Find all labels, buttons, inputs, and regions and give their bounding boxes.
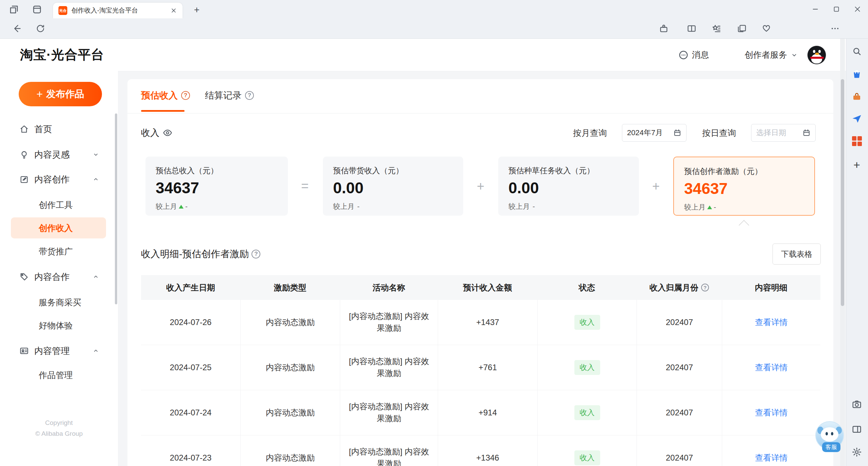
cell-date: 2024-07-26 [141,300,240,345]
page-scrollbar-thumb[interactable] [841,79,844,306]
tab-settlement-records[interactable]: 结算记录 [205,79,254,112]
table-header-row: 收入产生日期 激励类型 活动名称 预计收入金额 状态 收入归属月份 内容明细 [141,275,820,300]
minimize-button[interactable] [805,0,826,18]
split-window-icon[interactable] [852,424,862,434]
site-logo: 淘宝·光合平台 [20,39,104,71]
home-icon [19,124,29,134]
sidebar-item-inspiration[interactable]: 内容灵感 [0,144,118,165]
favorites-icon[interactable] [711,23,722,34]
sidebar-item-label: 带货推广 [39,246,73,257]
browser-menu-icon[interactable] [830,23,840,34]
cell-detail: 查看详情 [722,345,820,390]
chevron-up-icon [92,273,99,280]
stat-value: 34637 [156,179,278,197]
sidebar-item-label: 服务商采买 [39,297,81,308]
vertical-tabs-icon[interactable] [32,4,42,15]
back-icon[interactable] [12,23,22,34]
sidebar-item-cooperation[interactable]: 内容合作 [0,266,118,288]
view-details-link[interactable]: 查看详情 [755,407,788,418]
refresh-icon[interactable] [35,23,46,34]
tab-estimated-income[interactable]: 预估收入 [141,79,190,112]
plus-operator: + [649,157,663,216]
day-query-label: 按日查询 [702,123,736,143]
cell-detail: 查看详情 [722,300,820,345]
active-tab-underline [141,110,185,112]
view-details-link[interactable]: 查看详情 [755,362,788,373]
cell-amount: +1437 [438,300,537,345]
help-icon[interactable] [251,250,260,258]
browser-tab[interactable]: 光合 创作收入-淘宝光合平台 [53,3,183,18]
new-tab-button[interactable]: + [191,4,203,16]
sidebar-item-works-management[interactable]: 作品管理 [0,365,118,385]
stat-value: 0.00 [508,179,629,197]
sidebar-item-label: 内容管理 [34,345,70,357]
publish-work-button[interactable]: + 发布作品 [19,82,102,106]
tab-title: 创作收入-淘宝光合平台 [71,6,166,15]
share-send-icon[interactable] [852,114,862,124]
sidebar-item-creation[interactable]: 内容创作 [0,168,118,190]
maximize-button[interactable] [826,0,847,18]
collections-icon[interactable] [737,23,747,34]
stat-footer: 较上月 - [333,202,453,211]
table-row: 2024-07-24 内容动态激励 [内容动态激励] 内容效果激励 +914 收… [141,390,820,435]
sidebar-search-icon[interactable] [852,46,862,56]
status-badge: 收入 [574,450,600,465]
split-screen-icon[interactable] [687,23,697,34]
stat-cards-row: 预估总收入（元） 34637 较上月 - = 预估带货收入（元） 0.00 较上… [127,157,833,216]
screenshot-icon[interactable] [852,399,862,409]
col-header-type: 激励类型 [240,275,340,300]
help-icon[interactable] [181,91,190,100]
shopping-icon[interactable] [852,69,862,79]
help-icon[interactable] [245,91,254,100]
settings-gear-icon[interactable] [852,447,862,457]
customer-service-widget[interactable]: 客服 [815,421,844,452]
view-details-link[interactable]: 查看详情 [755,317,788,328]
image-creator-icon[interactable] [852,136,862,146]
sidebar-item-home[interactable]: 首页 [0,118,118,140]
cell-activity: [内容动态激励] 内容效果激励 [340,300,438,345]
calendar-icon [673,129,681,137]
sidebar-item-label: 首页 [34,123,52,135]
equals-operator: = [298,157,312,216]
tools-icon[interactable] [852,92,862,102]
extensions-icon[interactable] [659,23,669,34]
sidebar-item-service-purchase[interactable]: 服务商采买 [0,292,118,312]
sidebar-item-product-experience[interactable]: 好物体验 [0,315,118,336]
stat-title: 预估创作者激励（元） [684,166,804,177]
close-window-button[interactable] [847,0,868,18]
publish-label: 发布作品 [46,88,84,101]
tab-close-icon[interactable] [170,7,177,14]
copyright-text: Copyright © Alibaba Group [0,417,118,440]
table-row: 2024-07-25 内容动态激励 [内容动态激励] 内容效果激励 +761 收… [141,345,820,390]
eye-icon[interactable] [163,128,172,138]
help-icon[interactable] [701,284,709,291]
income-table: 收入产生日期 激励类型 活动名称 预计收入金额 状态 收入归属月份 内容明细 2… [141,275,820,466]
stat-card-creator-incentive[interactable]: 预估创作者激励（元） 34637 较上月 - [673,157,815,216]
sidebar-item-label: 内容创作 [34,174,70,185]
cell-amount: +914 [438,390,537,435]
month-picker-input[interactable]: 2024年7月 [622,124,687,142]
browser-tab-strip: 光合 创作收入-淘宝光合平台 + [0,0,868,18]
sidebar-item-management[interactable]: 内容管理 [0,340,118,362]
sidebar-scrollbar[interactable] [115,113,117,304]
download-table-button[interactable]: 下载表格 [772,244,821,265]
messages-button[interactable]: 消息 [678,39,709,71]
window-controls [805,0,868,18]
col-header-status: 状态 [537,275,637,300]
cell-amount: +1346 [438,435,537,466]
view-details-link[interactable]: 查看详情 [755,452,788,463]
date-picker-input[interactable]: 选择日期 [751,124,816,142]
browser-essentials-icon[interactable] [761,23,771,34]
sidebar-add-icon[interactable]: + [852,160,862,170]
sidebar-item-label: 创作工具 [39,199,73,211]
sidebar-item-label: 内容灵感 [34,149,70,161]
sidebar-item-creation-income[interactable]: 创作收入 [0,218,118,238]
sidebar-item-creation-tools[interactable]: 创作工具 [0,195,118,215]
sidebar-item-product-promotion[interactable]: 带货推广 [0,241,118,262]
chevron-up-icon [92,176,99,183]
workspaces-icon[interactable] [9,4,19,15]
stat-value: 34637 [684,179,804,198]
user-avatar[interactable] [807,46,826,65]
creator-service-dropdown[interactable]: 创作者服务 [745,39,798,71]
col-header-activity: 活动名称 [340,275,438,300]
